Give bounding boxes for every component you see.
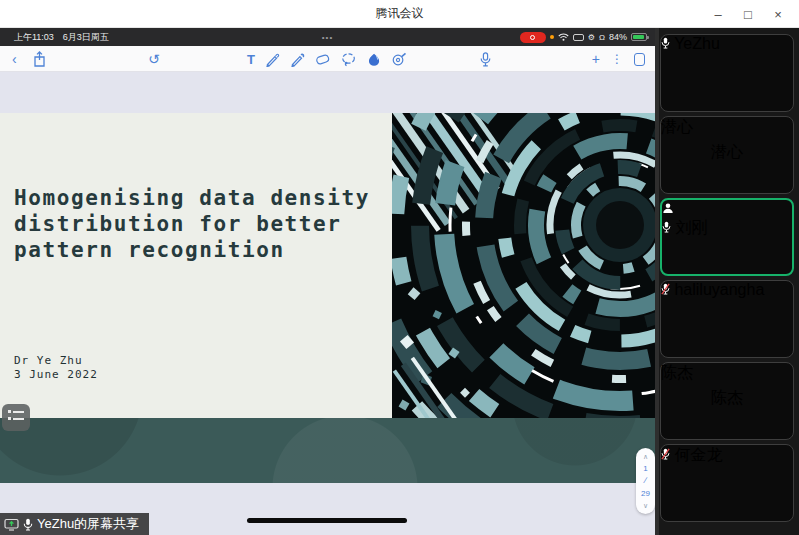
avatar [700, 289, 754, 343]
tape-tool-button[interactable] [392, 52, 408, 67]
mic-on-icon [662, 221, 671, 233]
note-canvas[interactable]: Homogenising data density distribution f… [0, 72, 655, 535]
page-current: 1 [643, 465, 647, 473]
lasso-tool-button[interactable] [341, 52, 357, 67]
page-navigator-button[interactable] [2, 404, 30, 431]
screen-share-view: 上午11:03 6月3日周五 ••• ⚙ Ω 84% [0, 28, 655, 535]
slide-author: Dr Ye Zhu [14, 354, 83, 367]
participant-tile-haliluyangha[interactable]: haliluyangha [660, 280, 794, 358]
ink-tool-button[interactable] [367, 52, 382, 67]
tencent-meeting-window: 腾讯会议 – □ × 上午11:03 6月3日周五 ••• [0, 0, 799, 535]
back-button[interactable]: ‹ [12, 52, 17, 66]
avatar [700, 208, 754, 262]
statusbar-right: ⚙ Ω 84% [520, 28, 647, 46]
close-button[interactable]: × [763, 7, 793, 22]
participant-tile-hejinlong[interactable]: 何金龙 [660, 444, 794, 522]
toolbar-tools-group: T [247, 46, 408, 72]
list-icon [8, 410, 30, 420]
mic-in-use-dot-icon [550, 35, 554, 39]
screen-record-icon [520, 32, 546, 43]
slide-text-panel: Homogenising data density distribution f… [0, 113, 392, 418]
notes-toolbar: ‹ ↺ T [0, 46, 655, 72]
avatar [700, 43, 754, 97]
abstract-circular-art [392, 113, 655, 418]
undo-button[interactable]: ↺ [148, 52, 160, 66]
page-up-icon[interactable]: ∧ [643, 453, 648, 460]
participant-name: 陈杰 [661, 364, 693, 381]
keyboard-icon [573, 34, 584, 41]
share-banner-label: YeZhu的屏幕共享 [37, 515, 139, 533]
record-audio-button[interactable] [480, 52, 491, 67]
toolbar-mic-group [480, 46, 491, 72]
share-button[interactable] [33, 51, 46, 67]
participant-tile-liugang[interactable]: 刘刚 [660, 198, 794, 276]
text-tool-button[interactable]: T [247, 52, 255, 67]
battery-icon [631, 33, 647, 41]
window-controls: – □ × [703, 0, 793, 28]
screen-share-banner: YeZhu的屏幕共享 [0, 513, 149, 535]
sidebar-scrollbar[interactable] [655, 28, 659, 535]
avatar: 潜心 [700, 125, 754, 179]
avatar-initials: 潜心 [711, 142, 743, 163]
mic-icon [23, 518, 33, 531]
more-options-button[interactable]: ⋮ [611, 53, 623, 65]
slide-byline: Dr Ye Zhu 3 June 2022 [14, 354, 98, 382]
maximize-button[interactable]: □ [733, 7, 763, 22]
avatar-initials: 陈杰 [711, 388, 743, 409]
mic-muted-icon [661, 448, 670, 460]
person-icon [662, 202, 674, 214]
participant-tile-chenjie[interactable]: 陈杰 陈杰 [660, 362, 794, 440]
page-separator: / [643, 477, 648, 485]
window-titlebar: 腾讯会议 – □ × [0, 0, 799, 28]
mic-on-icon [661, 37, 670, 49]
toolbar-left-group: ‹ [12, 46, 46, 72]
page-indicator[interactable]: ∧ 1 / 29 ∨ [636, 448, 655, 514]
minimize-button[interactable]: – [703, 7, 733, 22]
avatar: 陈杰 [700, 371, 754, 425]
slide-page-1: Homogenising data density distribution f… [0, 113, 655, 418]
screen-share-icon [4, 518, 19, 531]
participant-tile-qianxin[interactable]: 潜心 潜心 [660, 116, 794, 194]
wifi-icon [558, 33, 569, 41]
slide-artwork [392, 113, 655, 418]
page-down-icon[interactable]: ∨ [643, 502, 648, 509]
ipad-statusbar: 上午11:03 6月3日周五 ••• ⚙ Ω 84% [0, 28, 655, 46]
highlighter-tool-button[interactable] [290, 52, 305, 67]
mic-muted-icon [661, 283, 670, 295]
page-total: 29 [641, 490, 650, 498]
gear-icon: ⚙ [588, 33, 595, 42]
window-title: 腾讯会议 [376, 5, 424, 22]
undo-group: ↺ [148, 46, 160, 72]
avatar [700, 453, 754, 507]
participant-name: 潜心 [661, 118, 693, 135]
toolbar-right-group: + ⋮ [592, 46, 645, 72]
slide-page-2-top [0, 418, 655, 483]
participant-tile-yezhu[interactable]: YeZhu [660, 34, 794, 112]
pen-tool-button[interactable] [265, 52, 280, 67]
pages-button[interactable] [634, 53, 645, 66]
ipad-home-indicator[interactable] [247, 518, 407, 523]
battery-percent: 84% [609, 32, 627, 42]
slide-date: 3 June 2022 [14, 368, 98, 381]
add-page-button[interactable]: + [592, 52, 600, 66]
headphones-icon: Ω [599, 33, 605, 42]
participants-sidebar: YeZhu 潜心 潜心 [655, 28, 799, 535]
slide-title: Homogenising data density distribution f… [14, 185, 370, 263]
eraser-tool-button[interactable] [315, 52, 331, 66]
